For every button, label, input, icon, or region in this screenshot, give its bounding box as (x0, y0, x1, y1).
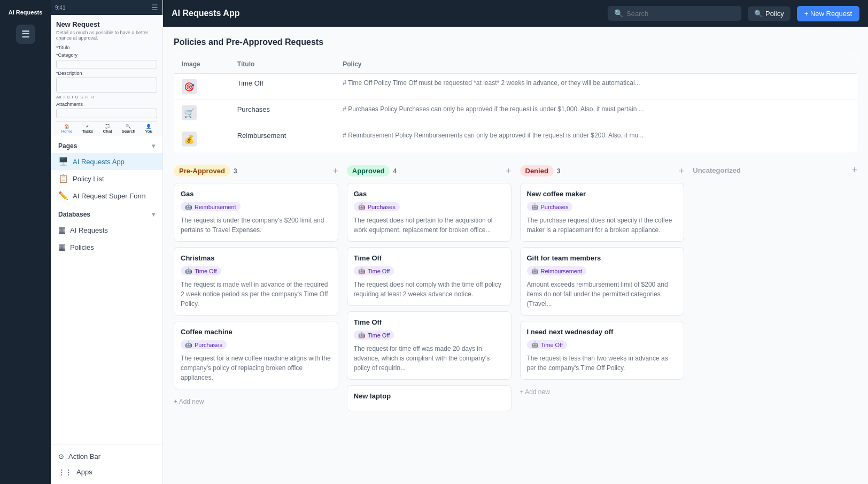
col-policy: Policy (335, 55, 857, 74)
kanban-label-uncategorized: Uncategorized (693, 166, 741, 174)
databases-label: Databases (58, 211, 90, 218)
mobile-tab-tasks[interactable]: ✓Tasks (82, 124, 93, 134)
kanban-card-gift: Gift for team members 🤖 Reimbursement Am… (520, 247, 685, 316)
policy-button[interactable]: 🔍 Policy (748, 6, 790, 21)
card-title-gas-preapproved: Gas (181, 190, 331, 198)
kanban-card-christmas: Christmas 🤖 Time Off The request is made… (174, 247, 338, 316)
ai-requests-app-icon: 🖥️ (58, 157, 68, 166)
topbar-title: AI Requests App (172, 9, 239, 18)
policies-db-icon: ▦ (58, 242, 66, 252)
search-icon: 🔍 (614, 9, 623, 18)
kanban-col-denied: Denied 3 + New coffee maker 🤖 Purchases … (520, 165, 685, 399)
left-rail: AI Requests ☰ (0, 0, 51, 484)
mobile-attachments-input[interactable] (56, 109, 157, 118)
mobile-menu-icon: ☰ (151, 3, 158, 12)
card-tag-timeoff-christmas: 🤖 Time Off (181, 266, 221, 275)
kanban-card-timeoff-approved2: Time Off 🤖 Time Off The request for time… (347, 311, 511, 380)
policy-text-reimbursement: # Reimbursement Policy Reimbursements ca… (335, 126, 857, 152)
sidebar-item-ai-requests-app[interactable]: 🖥️ AI Requests App (51, 153, 162, 170)
card-desc-timeoff-approved2: The request for time off was made 20 day… (354, 344, 505, 373)
tag-icon: 🤖 (531, 203, 539, 210)
sidebar-item-ai-requests-db-label: AI Requests (70, 226, 108, 234)
card-tag-timeoff-wednesday: 🤖 Time Off (527, 340, 568, 349)
mobile-tab-chat[interactable]: 💬Chat (103, 124, 112, 134)
kanban-card-new-coffee-maker: New coffee maker 🤖 Purchases The purchas… (520, 183, 685, 242)
search-input[interactable] (626, 10, 735, 18)
tag-icon: 🤖 (531, 341, 539, 348)
col-titulo: Título (230, 55, 335, 74)
kanban-card-gas-preapproved: Gas 🤖 Reimbursement The request is under… (174, 183, 338, 242)
mobile-tab-home[interactable]: 🏠Home (61, 124, 72, 134)
action-bar-label: Action Bar (68, 452, 100, 460)
kanban-count-pre-approved: 3 (234, 167, 237, 175)
policy-titulo-purchases: Purchases (230, 100, 335, 126)
pages-section-header: Pages ▾ (51, 136, 162, 153)
card-title-coffee-machine: Coffee machine (181, 328, 331, 336)
sidebar-item-ai-requests-db[interactable]: ▦ AI Requests (51, 221, 162, 239)
card-title-gas-approved: Gas (354, 190, 505, 198)
action-bar-icon: ⊙ (58, 452, 64, 460)
tag-icon: 🤖 (185, 341, 192, 348)
card-title-new-coffee-maker: New coffee maker (527, 190, 678, 198)
pages-label: Pages (58, 142, 77, 150)
mobile-time: 9:41 (55, 5, 65, 11)
sidebar-item-policy-list[interactable]: 📋 Policy List (51, 170, 162, 187)
sidebar-item-apps[interactable]: ⋮⋮ Apps (51, 464, 162, 480)
policies-section-title: Policies and Pre-Approved Requests (174, 37, 857, 47)
card-desc-wednesday: The request is less than two weeks in ad… (527, 354, 678, 373)
mobile-tab-search[interactable]: 🔍Search (122, 124, 135, 134)
add-new-denied[interactable]: + Add new (520, 385, 550, 399)
mobile-preview: 9:41 ☰ New Request Detail as much as pos… (51, 0, 162, 136)
sidebar-item-policy-list-label: Policy List (73, 175, 104, 183)
kanban-board: Pre-Approved 3 + Gas 🤖 Reimbursement The… (174, 165, 857, 417)
tag-icon: 🤖 (185, 203, 192, 210)
kanban-card-gas-approved: Gas 🤖 Purchases The request does not per… (347, 183, 511, 242)
databases-chevron-icon[interactable]: ▾ (152, 211, 155, 218)
pages-chevron-icon[interactable]: ▾ (152, 142, 155, 150)
sidebar: 9:41 ☰ New Request Detail as much as pos… (51, 0, 163, 484)
kanban-label-pre-approved: Pre-Approved (174, 165, 230, 176)
mobile-category-input[interactable] (56, 60, 157, 68)
card-tag-reimbursement-gas: 🤖 Reimbursement (181, 202, 241, 211)
policy-titulo-timeoff: Time Off (230, 74, 335, 100)
topbar: AI Requests App 🔍 🔍 Policy + New Request (163, 0, 868, 27)
kanban-add-pre-approved[interactable]: + (332, 166, 338, 176)
kanban-add-approved[interactable]: + (506, 166, 511, 176)
search-box[interactable]: 🔍 (608, 6, 741, 21)
new-request-btn-label: + New Request (804, 10, 852, 18)
policy-text-purchases: # Purchases Policy Purchases can only be… (335, 100, 857, 126)
new-request-button[interactable]: + New Request (797, 6, 859, 21)
sidebar-item-policies-db[interactable]: ▦ Policies (51, 239, 162, 256)
mobile-field-category: *Category (56, 52, 157, 58)
col-image: Image (174, 55, 230, 74)
kanban-add-denied[interactable]: + (679, 166, 685, 176)
kanban-add-uncategorized[interactable]: + (851, 165, 857, 175)
tag-icon: 🤖 (358, 267, 366, 274)
mobile-tab-you[interactable]: 👤You (145, 124, 152, 134)
card-title-wednesday: I need next wednesday off (527, 328, 678, 336)
sidebar-item-ai-requests-app-label: AI Requests App (73, 158, 125, 166)
policy-img-timeoff: 🎯 (182, 79, 197, 94)
sidebar-item-super-form[interactable]: ✏️ AI Request Super Form (51, 187, 162, 204)
add-new-pre-approved[interactable]: + Add new (174, 395, 204, 409)
policy-row-timeoff: 🎯 Time Off # Time Off Policy Time Off mu… (174, 74, 857, 100)
card-tag-purchases-coffee: 🤖 Purchases (181, 340, 227, 349)
menu-icon[interactable]: ☰ (16, 25, 35, 44)
mobile-desc-input[interactable] (56, 78, 157, 93)
tag-icon: 🤖 (185, 267, 192, 274)
card-title-gift: Gift for team members (527, 254, 678, 262)
kanban-card-new-laptop: New laptop (347, 385, 511, 411)
kanban-label-denied: Denied (520, 165, 554, 176)
card-title-timeoff-approved1: Time Off (354, 254, 505, 262)
sidebar-item-action-bar[interactable]: ⊙ Action Bar (51, 449, 162, 464)
kanban-col-approved: Approved 4 + Gas 🤖 Purchases The request… (347, 165, 511, 417)
kanban-header-denied: Denied 3 + (520, 165, 685, 176)
apps-label: Apps (76, 468, 92, 476)
kanban-card-coffee-machine: Coffee machine 🤖 Purchases The request f… (174, 321, 338, 389)
content-area: Policies and Pre-Approved Requests Image… (163, 27, 868, 484)
card-title-christmas: Christmas (181, 254, 331, 262)
policy-img-reimbursement: 💰 (182, 132, 197, 147)
apps-icon: ⋮⋮ (58, 468, 72, 476)
mobile-subtitle: Detail as much as possible to have a bet… (56, 30, 157, 41)
mobile-attachments-label: Attachments (56, 102, 157, 107)
